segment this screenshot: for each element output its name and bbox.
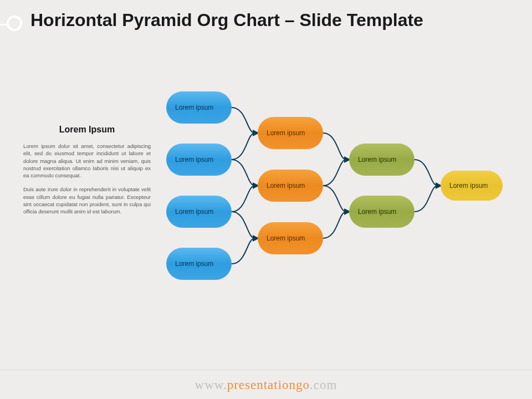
node-l2-3: Lorem ipsum [258,222,323,254]
footer-prefix: www. [195,378,227,392]
footer-suffix: .com [310,378,337,392]
node-l3-2: Lorem ipsum [349,196,415,228]
footer-accent: presentationgo [227,378,310,392]
footer-url: www.presentationgo.com [0,378,532,392]
node-l1-4: Lorem ipsum [166,248,232,280]
node-l1-2: Lorem ipsum [166,144,232,176]
node-l2-2: Lorem ipsum [258,170,323,202]
slide-title: Horizontal Pyramid Org Chart – Slide Tem… [30,10,423,30]
org-chart: Lorem ipsum Lorem ipsum Lorem ipsum Lore… [166,89,521,321]
node-l3-1: Lorem ipsum [349,144,415,176]
sidebar-para-2: Duis aute irure dolor in reprehenderit i… [23,186,151,215]
footer-divider [0,370,532,370]
node-l2-1: Lorem ipsum [258,117,323,149]
header-ring-icon [0,11,22,39]
node-l4-1: Lorem ipsum [441,171,503,201]
node-l1-3: Lorem ipsum [166,196,232,228]
sidebar-title: Lorem Ipsum [23,125,151,135]
sidebar-para-1: Lorem ipsum dolor sit amet, consectetur … [23,142,151,179]
sidebar-text: Lorem Ipsum Lorem ipsum dolor sit amet, … [23,125,151,222]
node-l1-1: Lorem ipsum [166,91,232,124]
